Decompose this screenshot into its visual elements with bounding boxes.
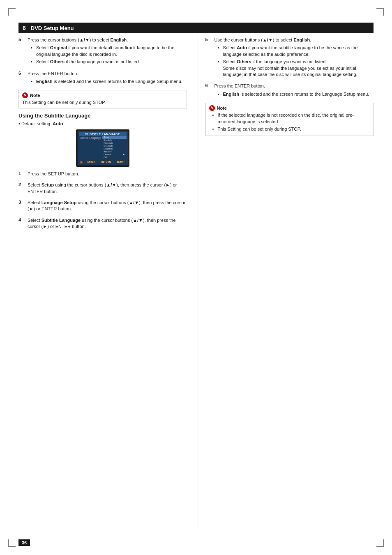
right-column: 5 Use the cursor buttons (▲/▼) to select… [201,37,374,530]
screen-title-bar: SUBTITLE LANGUAGE [79,132,127,136]
return-btn: RETURN [100,160,112,164]
step6r-bullets: • English is selected and the screen ret… [218,91,374,97]
bullet-item: • If the selected language is not record… [212,112,370,125]
enter-btn: ENTER [86,160,97,164]
lang-item-english: English [102,139,127,142]
main-content: 5 Press the cursor buttons (▲/▼) to sele… [18,37,374,530]
corner-mark-tr [376,8,384,16]
bullet-item: • Select Auto if you want the subtitle l… [218,45,374,58]
step-num-5r: 5 [205,37,213,79]
step-content-4: Select Subtitle Language using the curso… [28,217,187,231]
step6r-text: Press the ENTER button. [214,83,374,89]
step-num-3: 3 [18,200,26,213]
step6l-text: Press the ENTER button. [28,71,187,77]
screen-outer: SUBTITLE LANGUAGE Subtitle Language Auto… [76,129,129,167]
step-6-right: 6 Press the ENTER button. • English is s… [205,83,374,99]
step-content-1: Press the SET UP button. [28,171,187,178]
screen-inner: SUBTITLE LANGUAGE Subtitle Language Auto… [78,131,128,165]
note-header: ✎ Note [22,92,183,98]
setup-btn: SETUP [115,160,125,164]
step-num-6r: 6 [205,83,213,99]
corner-mark-br [376,539,384,547]
bullet-item: • This Setting can be set only during ST… [212,126,370,132]
lang-item-auto: Auto [102,136,127,139]
note-icon: ✎ [22,92,28,98]
screen-mockup: SUBTITLE LANGUAGE Subtitle Language Auto… [76,129,129,167]
step-4: 4 Select Subtitle Language using the cur… [18,217,187,231]
lang-item-espanol: Espanol [102,147,127,150]
note-box-right: ✎ Note • If the selected language is not… [205,103,374,136]
bullet-item: • Select Original if you want the defaul… [31,45,187,58]
bullet-item: • Select Others if the language you want… [218,59,374,78]
subtitle-section-heading: Using the Subtitle Language [18,113,187,119]
step-content-6r: Press the ENTER button. • English is sel… [214,83,374,99]
screen-body: Subtitle Language Auto English Francais … [79,136,127,159]
lang-item-italiano: Italiano [102,150,127,153]
bullet-item: • English is selected and the screen ret… [218,91,374,97]
note-label-right: Note [217,106,227,111]
step5r-bullets: • Select Auto if you want the subtitle l… [218,45,374,78]
note-bullets-right: • If the selected language is not record… [212,112,370,132]
step-5-right: 5 Use the cursor buttons (▲/▼) to select… [205,37,374,79]
step4-text: Select Subtitle Language using the curso… [28,217,187,230]
note-label: Note [30,93,40,98]
step2-text: Select Setup using the cursor buttons (▲… [28,182,187,195]
step-5-left: 5 Press the cursor buttons (▲/▼) to sele… [18,37,187,67]
step6l-bullets: • English is selected and the screen ret… [31,78,187,85]
step1-text: Press the SET UP button. [28,171,187,177]
step-content-6l: Press the ENTER button. • English is sel… [28,71,187,86]
step-content-2: Select Setup using the cursor buttons (▲… [28,182,187,196]
lang-item-off: Off [102,156,127,159]
lang-item-francais: Francais [102,142,127,145]
section-number: 6 [23,25,26,31]
note-icon-right: ✎ [209,105,215,111]
note-bullet-1: If the selected language is not recorded… [218,112,370,125]
lang-arrow-icon: ► [123,153,125,156]
step-num-4: 4 [18,217,26,231]
step-content-3: Select Language Setup using the cursor b… [28,200,187,213]
page-number: 36 [18,539,30,546]
step-num-2: 2 [18,182,26,196]
note-box-left: ✎ Note This Setting can be set only duri… [18,90,187,108]
step3-text: Select Language Setup using the cursor b… [28,200,187,212]
bullet-item: • English is selected and the screen ret… [31,78,187,85]
step-num-1: 1 [18,171,26,178]
step-6-left: 6 Press the ENTER button. • English is s… [18,71,187,86]
corner-mark-tl [8,8,16,16]
step5r-text: Use the cursor buttons (▲/▼) to select E… [214,37,374,43]
bullet-item: • Select Others if the language you want… [31,59,187,65]
left-column: 5 Press the cursor buttons (▲/▼) to sele… [18,37,194,530]
step5l-text: Press the cursor buttons (▲/▼) to select… [28,37,187,43]
lang-list: Auto English Francais Deutsch Espanol It… [102,136,127,159]
step-num-5l: 5 [18,37,26,67]
dvd-icon: ◉ [80,160,83,164]
step-content-5l: Press the cursor buttons (▲/▼) to select… [28,37,187,67]
lang-item-others: Others ► [102,153,127,156]
note-text: This Setting can be set only during STOP… [22,99,183,106]
note-header-right: ✎ Note [209,105,370,111]
lang-item-deutsch: Deutsch [102,145,127,147]
step5l-bullets: • Select Original if you want the defaul… [31,45,187,65]
screen-controls: ◉ ENTER RETURN SETUP [79,160,127,164]
step-2: 2 Select Setup using the cursor buttons … [18,182,187,196]
default-setting: • Default setting: Auto [18,121,187,126]
header-bar: 6 DVD Setup Menu [18,23,374,33]
step-3: 3 Select Language Setup using the cursor… [18,200,187,213]
column-divider [198,37,198,530]
section-title: DVD Setup Menu [31,25,74,31]
corner-mark-bl [8,539,16,547]
step-1: 1 Press the SET UP button. [18,171,187,178]
step-content-5r: Use the cursor buttons (▲/▼) to select E… [214,37,374,79]
note-bullet-2: This Setting can be set only during STOP… [218,126,301,132]
step-num-6l: 6 [18,71,26,86]
screen-label: Subtitle Language [79,136,102,159]
